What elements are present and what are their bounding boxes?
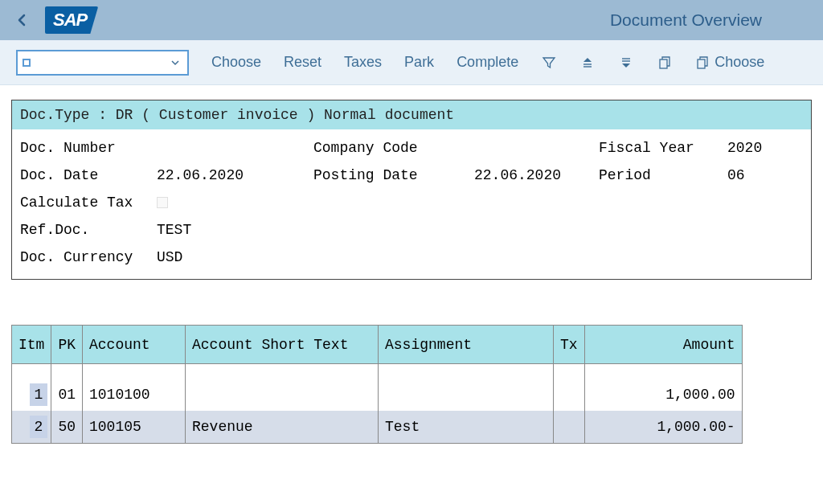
- col-assignment[interactable]: Assignment: [379, 326, 554, 364]
- calculate-tax-checkbox[interactable]: [157, 197, 168, 208]
- filter-button[interactable]: [541, 55, 557, 71]
- cell-amount: 1,000.00: [584, 379, 742, 411]
- cell-tx: [554, 379, 585, 411]
- table-row[interactable]: 1 01 1010100 1,000.00: [12, 379, 743, 411]
- cell-assignment: Test: [379, 411, 554, 444]
- cell-pk: 50: [51, 411, 83, 444]
- content: Doc.Type : DR ( Customer invoice ) Norma…: [0, 85, 823, 444]
- ref-doc-label: Ref.Doc.: [20, 216, 157, 244]
- cell-account: 1010100: [83, 379, 186, 411]
- col-short-text[interactable]: Account Short Text: [186, 326, 379, 364]
- cell-amount: 1,000.00-: [584, 411, 742, 444]
- posting-date-value: 22.06.2020: [474, 162, 599, 189]
- page-title: Document Overview: [610, 10, 762, 30]
- period-value: 06: [727, 162, 745, 189]
- doc-currency-value: USD: [157, 244, 182, 271]
- period-label: Period: [599, 162, 727, 189]
- sort-desc-icon: [619, 55, 633, 70]
- cell-itm: 1: [12, 379, 51, 411]
- sap-logo: SAP: [45, 6, 98, 34]
- copy-button[interactable]: [657, 55, 673, 71]
- doc-number-label: Doc. Number: [20, 134, 157, 162]
- chevron-left-icon: [16, 14, 29, 27]
- choose-layout-label: Choose: [714, 54, 764, 71]
- sort-asc-button[interactable]: [579, 55, 596, 71]
- line-items-table: Itm PK Account Account Short Text Assign…: [11, 325, 743, 444]
- cell-assignment: [379, 379, 554, 411]
- taxes-button[interactable]: Taxes: [344, 54, 382, 71]
- filter-icon: [542, 55, 556, 70]
- posting-date-label: Posting Date: [313, 162, 474, 189]
- back-button[interactable]: [13, 10, 32, 30]
- doc-type-row: Doc.Type : DR ( Customer invoice ) Norma…: [12, 100, 811, 129]
- doc-date-label: Doc. Date: [20, 162, 157, 189]
- svg-rect-4: [660, 59, 667, 68]
- table-row[interactable]: 2 50 100105 Revenue Test 1,000.00-: [12, 411, 743, 444]
- col-tx[interactable]: Tx: [554, 326, 585, 364]
- line-items-table-wrap: Itm PK Account Account Short Text Assign…: [11, 325, 812, 444]
- toolbar: Choose Reset Taxes Park Complete C: [0, 40, 823, 85]
- ref-doc-value: TEST: [157, 216, 191, 244]
- reset-button[interactable]: Reset: [284, 54, 321, 71]
- copy-icon: [695, 55, 710, 70]
- cell-pk: 01: [51, 379, 83, 411]
- sort-asc-icon: [580, 55, 595, 70]
- cell-short-text: [186, 379, 379, 411]
- cell-account: 100105: [83, 411, 186, 444]
- choose-layout-button[interactable]: Choose: [695, 54, 764, 71]
- table-header-row: Itm PK Account Account Short Text Assign…: [12, 326, 743, 364]
- fiscal-year-value: 2020: [727, 134, 762, 162]
- company-code-label: Company Code: [313, 134, 474, 162]
- cell-short-text: Revenue: [186, 411, 379, 444]
- document-header-panel: Doc.Type : DR ( Customer invoice ) Norma…: [11, 100, 812, 280]
- col-account[interactable]: Account: [83, 326, 186, 364]
- calculate-tax-label: Calculate Tax: [20, 189, 157, 216]
- complete-button[interactable]: Complete: [457, 54, 518, 71]
- choose-button[interactable]: Choose: [211, 54, 261, 71]
- col-pk[interactable]: PK: [51, 326, 83, 364]
- svg-rect-5: [698, 59, 705, 68]
- cell-itm: 2: [12, 411, 51, 444]
- doc-date-value: 22.06.2020: [157, 162, 313, 189]
- fiscal-year-label: Fiscal Year: [599, 134, 727, 162]
- doc-currency-label: Doc. Currency: [20, 244, 157, 271]
- col-amount[interactable]: Amount: [584, 326, 742, 364]
- titlebar: SAP Document Overview: [0, 0, 823, 40]
- cell-tx: [554, 411, 585, 444]
- variant-input[interactable]: [23, 55, 163, 69]
- copy-icon: [657, 55, 672, 70]
- variant-combo[interactable]: [16, 50, 189, 76]
- sort-desc-button[interactable]: [618, 55, 634, 71]
- chevron-down-icon: [170, 57, 181, 68]
- park-button[interactable]: Park: [404, 54, 434, 71]
- col-itm[interactable]: Itm: [12, 326, 51, 364]
